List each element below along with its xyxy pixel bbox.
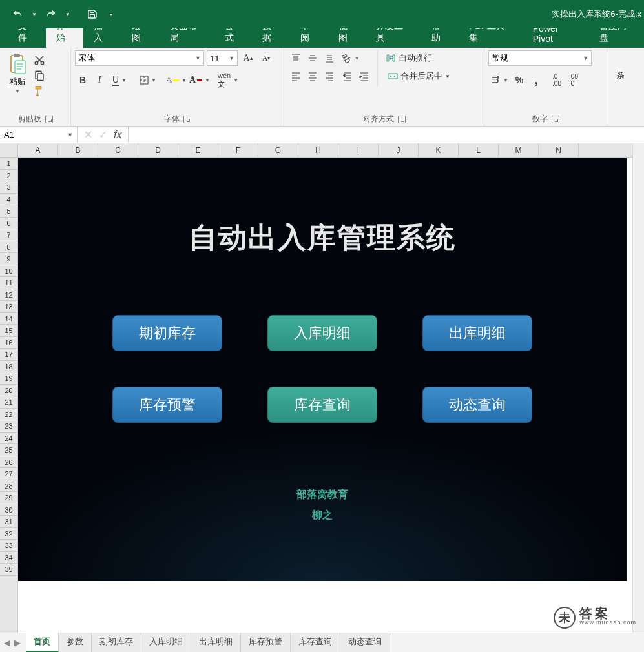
column-header-M[interactable]: M: [499, 143, 539, 157]
row-header-11[interactable]: 11: [0, 277, 17, 289]
row-header-12[interactable]: 12: [0, 289, 17, 301]
cancel-formula-icon[interactable]: ✕: [84, 128, 92, 141]
redo-dropdown[interactable]: ▼: [63, 5, 72, 24]
row-header-22[interactable]: 22: [0, 409, 17, 421]
row-header-21[interactable]: 21: [0, 396, 17, 409]
dashboard-button-5[interactable]: 动态查询: [422, 387, 532, 423]
font-color-button[interactable]: A▼: [189, 72, 211, 88]
row-header-26[interactable]: 26: [0, 456, 17, 469]
row-header-20[interactable]: 20: [0, 385, 17, 397]
column-header-A[interactable]: A: [18, 143, 58, 157]
row-header-29[interactable]: 29: [0, 492, 17, 504]
dashboard-button-3[interactable]: 库存预警: [112, 387, 222, 423]
sheet-nav-prev[interactable]: ◀: [4, 638, 10, 647]
column-header-G[interactable]: G: [258, 143, 298, 157]
decrease-indent-button[interactable]: [340, 68, 355, 84]
accounting-format-button[interactable]: ▼: [488, 72, 510, 88]
cells-grid[interactable]: 自动出入库管理系统 期初库存入库明细出库明细 库存预警库存查询动态查询 部落窝教…: [18, 158, 644, 633]
row-header-5[interactable]: 5: [0, 205, 17, 218]
row-header-7[interactable]: 7: [0, 229, 17, 241]
increase-indent-button[interactable]: [357, 68, 372, 84]
enter-formula-icon[interactable]: ✓: [99, 128, 107, 141]
number-dialog-launcher[interactable]: [552, 116, 559, 123]
sheet-tab-4[interactable]: 出库明细: [191, 633, 241, 652]
fill-color-button[interactable]: ▼: [165, 72, 187, 88]
number-format-combo[interactable]: 常规▼: [488, 50, 592, 66]
column-header-L[interactable]: L: [459, 143, 499, 157]
dashboard-button-4[interactable]: 库存查询: [267, 387, 377, 423]
row-header-9[interactable]: 9: [0, 253, 17, 265]
dashboard-button-0[interactable]: 期初库存: [112, 315, 222, 351]
column-header-I[interactable]: I: [338, 143, 379, 157]
row-header-4[interactable]: 4: [0, 194, 17, 206]
sheet-tab-2[interactable]: 期初库存: [92, 633, 141, 652]
name-box[interactable]: A1▼: [0, 127, 78, 143]
row-header-28[interactable]: 28: [0, 480, 17, 493]
row-header-25[interactable]: 25: [0, 444, 17, 456]
qat-customize[interactable]: ▾: [105, 5, 118, 24]
column-header-K[interactable]: K: [419, 143, 459, 157]
bold-button[interactable]: B: [75, 72, 90, 88]
row-header-3[interactable]: 3: [0, 181, 17, 194]
undo-button[interactable]: [6, 5, 28, 24]
row-header-31[interactable]: 31: [0, 516, 17, 528]
copy-icon[interactable]: [34, 70, 45, 81]
align-top-button[interactable]: [288, 50, 304, 66]
fx-icon[interactable]: fx: [114, 129, 121, 141]
phonetic-button[interactable]: wén文▼: [217, 72, 239, 88]
row-header-18[interactable]: 18: [0, 361, 17, 373]
row-header-1[interactable]: 1: [0, 158, 17, 170]
row-header-10[interactable]: 10: [0, 265, 17, 278]
align-bottom-button[interactable]: [322, 50, 337, 66]
row-header-13[interactable]: 13: [0, 301, 17, 313]
row-header-2[interactable]: 2: [0, 170, 17, 182]
clipboard-dialog-launcher[interactable]: [45, 116, 53, 123]
cut-icon[interactable]: [34, 54, 45, 66]
percent-button[interactable]: %: [512, 72, 527, 88]
save-button[interactable]: [81, 5, 103, 24]
redo-button[interactable]: [40, 5, 62, 24]
sheet-tab-7[interactable]: 动态查询: [340, 633, 390, 652]
decrease-decimal-button[interactable]: .00.0: [566, 72, 581, 88]
paste-button[interactable]: 粘贴 ▼: [4, 50, 31, 94]
row-header-6[interactable]: 6: [0, 218, 17, 230]
row-header-16[interactable]: 16: [0, 337, 17, 349]
font-name-combo[interactable]: 宋体▼: [75, 50, 204, 66]
column-header-F[interactable]: F: [218, 143, 258, 157]
increase-font-button[interactable]: A▴: [240, 50, 256, 66]
row-header-14[interactable]: 14: [0, 313, 17, 325]
dashboard-button-2[interactable]: 出库明细: [422, 315, 532, 351]
vertical-scrollbar[interactable]: [632, 143, 644, 633]
column-header-C[interactable]: C: [98, 143, 138, 157]
row-header-30[interactable]: 30: [0, 504, 17, 516]
row-header-35[interactable]: 35: [0, 564, 17, 576]
sheet-nav-next[interactable]: ▶: [14, 638, 21, 647]
select-all-corner[interactable]: [0, 143, 18, 158]
align-middle-button[interactable]: [305, 50, 320, 66]
comma-button[interactable]: ,: [528, 72, 544, 88]
increase-decimal-button[interactable]: .0.00: [549, 72, 565, 88]
row-header-33[interactable]: 33: [0, 540, 17, 552]
sheet-tab-1[interactable]: 参数: [59, 633, 92, 652]
orientation-button[interactable]: ab▼: [340, 50, 362, 66]
row-header-34[interactable]: 34: [0, 552, 17, 564]
row-header-32[interactable]: 32: [0, 528, 17, 540]
border-button[interactable]: ▼: [137, 72, 159, 88]
column-header-B[interactable]: B: [58, 143, 98, 157]
font-size-combo[interactable]: 11▼: [207, 50, 238, 66]
merge-center-button[interactable]: 合并后居中 ▼: [383, 68, 455, 84]
row-header-19[interactable]: 19: [0, 372, 17, 385]
row-header-15[interactable]: 15: [0, 325, 17, 337]
column-header-H[interactable]: H: [298, 143, 338, 157]
row-header-17[interactable]: 17: [0, 349, 17, 361]
column-header-D[interactable]: D: [138, 143, 178, 157]
row-header-24[interactable]: 24: [0, 433, 17, 445]
wrap-text-button[interactable]: 自动换行: [383, 50, 455, 66]
row-header-23[interactable]: 23: [0, 420, 17, 433]
format-painter-icon[interactable]: [34, 85, 45, 97]
alignment-dialog-launcher[interactable]: [398, 116, 406, 123]
row-header-27[interactable]: 27: [0, 468, 17, 480]
column-header-E[interactable]: E: [178, 143, 218, 157]
formula-input[interactable]: [129, 127, 644, 143]
align-left-button[interactable]: [288, 68, 304, 84]
